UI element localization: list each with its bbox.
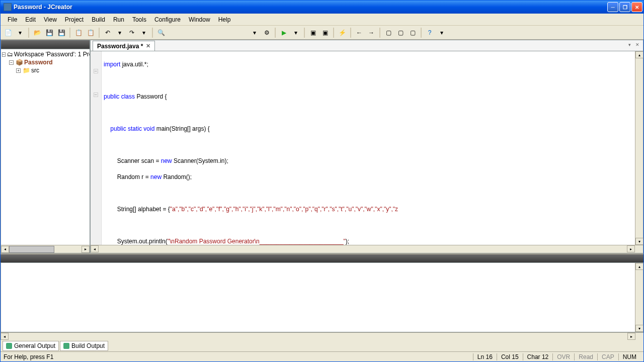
status-ovr: OVR [552,353,574,360]
new-dropdown[interactable]: ▾ [15,27,26,38]
menu-help[interactable]: Help [214,15,235,24]
app-icon [4,3,12,11]
new-button[interactable]: 📄 [3,27,14,38]
menu-edit[interactable]: Edit [21,15,40,24]
maximize-button[interactable]: ❐ [619,2,630,12]
paste-icon: 📋 [87,29,95,37]
tab-password-java[interactable]: Password.java * ✕ [93,41,155,51]
bookmark-next-icon: ▢ [396,29,405,37]
project-tree[interactable]: − 🗂 Workspace 'Password': 1 Pro − 📦 Pass… [1,49,90,245]
fold-icon[interactable]: − [94,69,98,73]
build-button[interactable]: ▣ [307,27,318,38]
editor-vscroll[interactable]: ▴ ▾ [635,51,643,245]
tree-workspace-row[interactable]: − 🗂 Workspace 'Password': 1 Pro [2,50,89,58]
file-view-panel: − 🗂 Workspace 'Password': 1 Pro − 📦 Pass… [1,40,90,253]
editor-hscroll[interactable]: ◂ ▸ [91,245,643,253]
status-col: Col 15 [497,353,523,360]
tree-collapse-icon[interactable]: − [9,60,14,65]
minimize-button[interactable]: ─ [607,2,618,12]
scroll-right-icon[interactable]: ▸ [82,246,90,253]
workspace-icon: 🗂 [7,51,13,58]
bookmark-next-button[interactable]: ▢ [395,27,406,38]
scroll-up-icon[interactable]: ▴ [635,51,643,58]
save-all-button[interactable]: 💾 [56,27,67,38]
debug-button[interactable]: ⚡ [337,27,348,38]
menu-tools[interactable]: Tools [128,15,150,24]
undo-button[interactable]: ↶ [102,27,113,38]
tab-build-output[interactable]: Build Output [60,341,108,351]
scroll-down-icon[interactable]: ▾ [635,325,643,332]
paste-button[interactable]: 📋 [85,27,96,38]
nav-forward-button[interactable]: → [366,27,377,38]
chevron-down-icon: ▾ [251,29,259,37]
find-button[interactable]: 🔍 [155,27,167,38]
build-all-button[interactable]: ▣ [319,27,331,38]
toolbar-overflow[interactable]: ▾ [436,27,447,38]
redo-button[interactable]: ↷ [126,27,137,38]
menu-file[interactable]: File [4,15,21,24]
titlebar: Password - JCreator ─ ❐ ✕ [1,1,643,14]
tree-collapse-icon[interactable]: − [2,52,6,57]
bookmark-prev-icon: ▢ [409,29,417,37]
output-vscroll[interactable]: ▴ ▾ [635,263,643,332]
output-header [1,254,643,262]
scroll-right-icon[interactable]: ▸ [627,333,635,340]
menu-run[interactable]: Run [109,15,128,24]
menu-view[interactable]: View [40,15,61,24]
bookmark-prev-button[interactable]: ▢ [407,27,418,38]
output-content[interactable] [1,263,635,332]
tab-dropdown-icon[interactable]: ▾ [626,41,633,48]
scroll-left-icon[interactable]: ◂ [91,245,99,252]
workspace-label: Workspace 'Password': 1 Pro [14,51,90,58]
output-hscroll[interactable]: ◂ ▸ [1,332,643,340]
output-icon [63,343,69,349]
menu-project[interactable]: Project [61,15,88,24]
redo-icon: ↷ [128,29,136,37]
window-title: Password - JCreator [14,4,607,11]
bookmark-icon: ▢ [384,29,392,37]
tree-folder-row[interactable]: + 📁 src [2,66,89,74]
undo-dropdown[interactable]: ▾ [114,27,125,38]
close-button[interactable]: ✕ [631,2,642,12]
run-dropdown[interactable]: ▾ [290,27,301,38]
scroll-right-icon[interactable]: ▸ [627,245,635,252]
menu-window[interactable]: Window [185,15,214,24]
folder-icon: 📁 [22,67,30,74]
combo-dropdown[interactable]: ▾ [249,27,260,38]
tree-project-row[interactable]: − 📦 Password [2,58,89,66]
fold-icon[interactable]: − [94,93,98,97]
scroll-down-icon[interactable]: ▾ [635,238,643,245]
debug-icon: ⚡ [338,29,346,37]
compile-button[interactable]: ⚙ [261,27,272,38]
bookmark-button[interactable]: ▢ [383,27,394,38]
open-button[interactable]: 📂 [32,27,43,38]
tab-general-output[interactable]: General Output [3,341,59,351]
tab-label: Password.java * [97,43,143,50]
redo-dropdown[interactable]: ▾ [138,27,149,38]
file-view-header [1,40,90,49]
save-button[interactable]: 💾 [44,27,55,38]
scroll-up-icon[interactable]: ▴ [635,263,643,270]
scroll-thumb[interactable] [9,246,54,253]
play-icon: ▶ [280,29,288,37]
scroll-left-icon[interactable]: ◂ [1,333,9,340]
code-editor[interactable]: import java.util.*; public class Passwor… [102,51,635,245]
menubar: File Edit View Project Build Run Tools C… [1,14,643,26]
copy-button[interactable]: 📋 [73,27,84,38]
tab-close-all-icon[interactable]: ✕ [634,41,641,48]
open-icon: 📂 [33,29,41,37]
build-icon: ▣ [309,29,317,37]
tree-expand-icon[interactable]: + [16,68,21,73]
sidebar-hscroll[interactable]: ◂ ▸ [1,245,90,253]
help-button[interactable]: ? [424,27,435,38]
scroll-left-icon[interactable]: ◂ [1,246,9,253]
nav-back-button[interactable]: ← [354,27,365,38]
compile-icon: ⚙ [263,29,271,37]
project-icon: 📦 [15,59,23,66]
editor-gutter: − − [91,51,102,245]
run-button[interactable]: ▶ [278,27,289,38]
menu-configure[interactable]: Configure [150,15,185,24]
menu-build[interactable]: Build [88,15,109,24]
undo-icon: ↶ [104,29,112,37]
tab-close-icon[interactable]: ✕ [146,43,150,49]
